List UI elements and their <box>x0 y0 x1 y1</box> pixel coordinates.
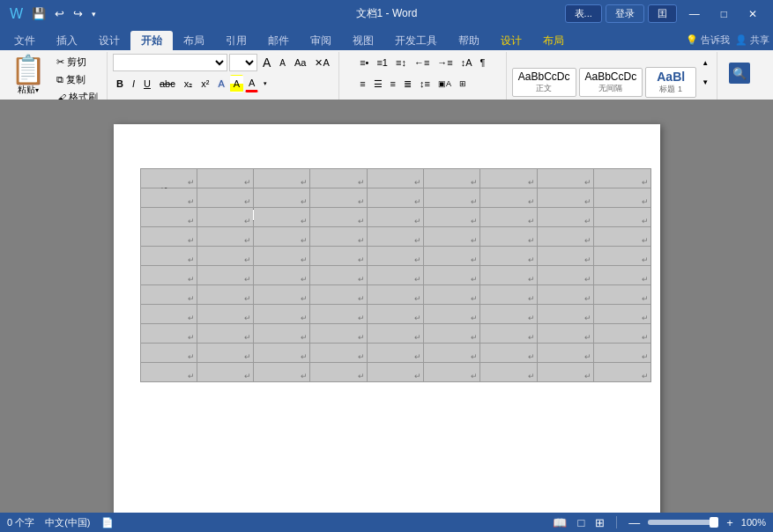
table-cell[interactable] <box>594 247 650 266</box>
table-cell[interactable] <box>140 227 197 247</box>
tell-me[interactable]: 💡 告诉我 <box>686 33 730 47</box>
table-cell[interactable] <box>480 227 537 247</box>
tab-layout[interactable]: 布局 <box>173 31 215 50</box>
share-button[interactable]: 👤 共享 <box>735 33 769 47</box>
table-cell[interactable] <box>197 208 253 227</box>
text-effect-button[interactable]: A <box>214 75 227 92</box>
table-cell[interactable] <box>310 266 367 285</box>
table-tools-pill[interactable]: 表... <box>565 4 602 23</box>
align-left-button[interactable]: ≡ <box>356 75 368 92</box>
table-cell[interactable] <box>594 285 650 305</box>
styles-up[interactable]: ▲ <box>699 54 711 71</box>
line-spacing-button[interactable]: ↕≡ <box>416 75 434 92</box>
table-cell[interactable] <box>367 247 423 266</box>
subscript-button[interactable]: x₂ <box>181 75 197 92</box>
underline-button[interactable]: U <box>140 75 154 92</box>
table-cell[interactable] <box>367 344 423 363</box>
table-cell[interactable] <box>367 208 423 227</box>
zoom-out-button[interactable]: — <box>626 515 643 530</box>
table-cell[interactable] <box>480 266 537 285</box>
highlight-button[interactable]: A <box>230 75 243 92</box>
quickaccess-arrow[interactable]: ▾ <box>89 8 99 20</box>
tab-help[interactable]: 帮助 <box>448 31 490 50</box>
language[interactable]: 中文(中国) <box>45 516 90 529</box>
table-cell[interactable] <box>254 344 310 363</box>
table-cell[interactable] <box>480 324 537 344</box>
italic-button[interactable]: I <box>129 75 138 92</box>
table-cell[interactable] <box>310 247 367 266</box>
table-cell[interactable] <box>537 266 593 285</box>
table-cell[interactable] <box>594 363 650 382</box>
table-cell[interactable] <box>140 285 197 305</box>
table-cell[interactable] <box>310 363 367 382</box>
bullets-button[interactable]: ≡• <box>356 54 372 71</box>
maximize-button[interactable]: □ <box>712 4 736 24</box>
close-button[interactable]: ✕ <box>740 4 766 24</box>
table-cell[interactable] <box>197 344 253 363</box>
table-cell[interactable] <box>367 227 423 247</box>
bold-button[interactable]: B <box>113 75 127 92</box>
table-cell[interactable] <box>480 305 537 324</box>
table-cell[interactable] <box>537 188 593 208</box>
table-cell[interactable] <box>254 208 310 227</box>
superscript-button[interactable]: x² <box>197 75 212 92</box>
table-cell[interactable] <box>140 344 197 363</box>
table-cell[interactable] <box>594 266 650 285</box>
strikethrough-button[interactable]: abc <box>156 75 179 92</box>
font-color-button[interactable]: A <box>245 75 258 92</box>
table-cell[interactable] <box>424 208 480 227</box>
increase-indent-button[interactable]: →≡ <box>434 54 456 71</box>
table-cell[interactable] <box>310 227 367 247</box>
table-cell[interactable] <box>480 208 537 227</box>
table-cell[interactable] <box>537 285 593 305</box>
table-cell[interactable] <box>594 169 650 188</box>
tab-mailings[interactable]: 邮件 <box>257 31 300 50</box>
table-cell[interactable] <box>537 247 593 266</box>
table-cell[interactable] <box>254 324 310 344</box>
table-cell[interactable] <box>594 344 650 363</box>
tab-insert[interactable]: 插入 <box>46 31 88 50</box>
style-heading1[interactable]: AaBl 标题 1 <box>645 67 696 98</box>
tab-developer[interactable]: 开发工具 <box>384 31 448 50</box>
table-cell[interactable] <box>254 305 310 324</box>
clear-all-button[interactable]: ✕A <box>311 54 332 71</box>
login-button[interactable]: 登录 <box>606 4 644 23</box>
table-cell[interactable] <box>310 188 367 208</box>
table-cell[interactable] <box>424 324 480 344</box>
font-size-select[interactable] <box>229 54 257 71</box>
table-cell[interactable] <box>140 169 197 188</box>
layout-button[interactable]: 囯 <box>648 4 677 23</box>
table-cell[interactable] <box>594 227 650 247</box>
tab-tabledesign[interactable]: 设计 <box>490 31 532 50</box>
undo-icon[interactable]: ↩ <box>52 5 67 22</box>
table-cell[interactable] <box>480 363 537 382</box>
numbering-button[interactable]: ≡1 <box>373 54 391 71</box>
table-cell[interactable] <box>537 344 593 363</box>
table-cell[interactable] <box>424 305 480 324</box>
table-cell[interactable] <box>480 344 537 363</box>
sort-button[interactable]: ↕A <box>457 54 476 71</box>
table-cell[interactable] <box>254 363 310 382</box>
table-cell[interactable] <box>197 227 253 247</box>
table-cell[interactable] <box>424 344 480 363</box>
table-cell[interactable] <box>424 285 480 305</box>
table-cell[interactable] <box>480 169 537 188</box>
table-cell[interactable] <box>310 208 367 227</box>
table-cell[interactable] <box>197 169 253 188</box>
style-normal[interactable]: AaBbCcDc 正文 <box>512 68 576 97</box>
redo-icon[interactable]: ↪ <box>71 5 85 22</box>
zoom-thumb[interactable] <box>710 517 718 528</box>
table-cell[interactable] <box>594 324 650 344</box>
table-cell[interactable] <box>197 363 253 382</box>
table-cell[interactable] <box>424 363 480 382</box>
table-cell[interactable] <box>140 266 197 285</box>
table-cell[interactable] <box>140 208 197 227</box>
table-cell[interactable] <box>367 169 423 188</box>
show-marks-button[interactable]: ¶ <box>477 54 489 71</box>
table-cell[interactable] <box>594 188 650 208</box>
justify-button[interactable]: ≣ <box>400 75 415 92</box>
table-cell[interactable] <box>480 247 537 266</box>
table-cell[interactable] <box>480 285 537 305</box>
font-name-select[interactable] <box>113 54 227 71</box>
table-cell[interactable] <box>310 324 367 344</box>
